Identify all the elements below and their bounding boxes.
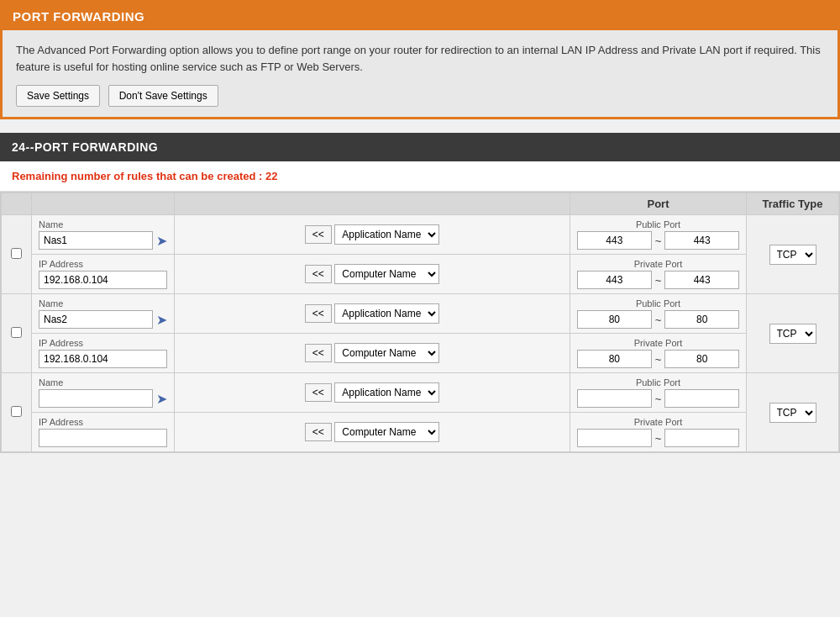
table-row: Name➤<< Application NameComputer NamePub… (2, 373, 839, 413)
row-3-computer-name-cell: << Application NameComputer Name (175, 413, 570, 452)
row-3-computer-select-2[interactable]: Application NameComputer Name (334, 422, 439, 442)
row-2-checkbox-cell (2, 294, 32, 373)
row-2-priv-port-to[interactable] (664, 350, 739, 368)
row-3-checkbox-cell (2, 373, 32, 452)
row-2-traffic-cell: TCPUDPBoth (747, 294, 839, 373)
row-2-computer-name-cell: << Application NameComputer Name (175, 334, 570, 373)
table-row: Name➤<< Application NameComputer NamePub… (2, 294, 839, 334)
row-1-computer-name-cell: << Application NameComputer Name (175, 255, 570, 294)
row-2-name-input[interactable] (39, 310, 153, 329)
row-3-pub-tilde: ~ (655, 393, 662, 405)
col-traffic: Traffic Type (747, 193, 839, 215)
row-3-priv-tilde: ~ (655, 432, 662, 445)
row-3-priv-port-to[interactable] (664, 429, 739, 447)
row-1-private-port-cell: Private Port~ (570, 255, 747, 294)
row-1-traffic-select[interactable]: TCPUDPBoth (769, 245, 816, 265)
row-2-computer-select-2[interactable]: Application NameComputer Name (334, 343, 439, 363)
table-sub-row: IP Address<< Application NameComputer Na… (2, 413, 839, 452)
table-row: Name➤<< Application NameComputer NamePub… (2, 215, 839, 255)
row-1-arrow-btn-2[interactable]: << (305, 265, 332, 283)
row-2-name-label: Name (39, 298, 167, 308)
row-1-arrow-btn-1[interactable]: << (305, 225, 332, 244)
row-2-arrow-btn-1[interactable]: << (305, 304, 332, 323)
section-title: 24--PORT FORWARDING (0, 133, 840, 161)
row-2-ip-input[interactable] (39, 350, 167, 368)
row-1-pub-port-to[interactable] (664, 231, 739, 250)
row-2-pub-tilde: ~ (655, 314, 662, 326)
row-1-app-select-1[interactable]: Application NameComputer Name (334, 224, 439, 245)
row-3-ip-input[interactable] (39, 429, 167, 447)
row-3-priv-port-from[interactable] (577, 429, 652, 447)
row-3-name-input[interactable] (39, 389, 153, 408)
row-3-name-label: Name (39, 377, 167, 388)
table-header-row: Port Traffic Type (2, 193, 839, 215)
row-2-private-port-label: Private Port (577, 338, 739, 348)
row-2-ip-label: IP Address (39, 338, 167, 348)
row-3-traffic-cell: TCPUDPBoth (747, 373, 839, 452)
row-1-priv-tilde: ~ (655, 274, 662, 287)
header-body: The Advanced Port Forwarding option allo… (3, 30, 837, 117)
row-2-dash-icon[interactable]: ➤ (156, 312, 167, 328)
row-3-arrow-btn-1[interactable]: << (305, 383, 332, 402)
row-1-private-port-label: Private Port (577, 259, 739, 269)
row-2-traffic-select[interactable]: TCPUDPBoth (769, 324, 816, 344)
table-sub-row: IP Address<< Application NameComputer Na… (2, 334, 839, 373)
col-port: Port (570, 193, 747, 215)
row-1-priv-port-from[interactable] (577, 271, 652, 289)
row-1-ip-cell: IP Address (32, 255, 175, 294)
row-1-priv-port-to[interactable] (664, 271, 739, 289)
header-section: PORT FORWARDING The Advanced Port Forwar… (0, 0, 840, 119)
row-1-traffic-cell: TCPUDPBoth (747, 215, 839, 294)
row-1-ip-label: IP Address (39, 259, 167, 269)
header-description: The Advanced Port Forwarding option allo… (16, 42, 824, 75)
port-forwarding-table: Port Traffic Type Name➤<< Application Na… (0, 192, 840, 453)
row-1-name-cell: Name➤ (32, 215, 175, 255)
row-3-public-port-cell: Public Port~ (570, 373, 747, 413)
row-2-checkbox[interactable] (11, 327, 22, 338)
page-title: PORT FORWARDING (3, 3, 837, 30)
row-1-name-label: Name (39, 219, 167, 229)
remaining-count: 22 (265, 170, 277, 182)
row-3-pub-port-to[interactable] (664, 389, 739, 408)
row-2-public-port-cell: Public Port~ (570, 294, 747, 334)
row-1-app-name-cell: << Application NameComputer Name (175, 215, 570, 255)
row-1-name-input[interactable] (39, 231, 153, 250)
row-2-priv-tilde: ~ (655, 353, 662, 366)
row-1-dash-icon[interactable]: ➤ (156, 233, 167, 249)
row-1-pub-port-from[interactable] (577, 231, 652, 250)
row-3-ip-cell: IP Address (32, 413, 175, 452)
row-3-public-port-label: Public Port (577, 377, 739, 388)
row-2-pub-port-to[interactable] (664, 310, 739, 329)
rules-remaining: Remaining number of rules that can be cr… (0, 161, 840, 192)
row-3-name-cell: Name➤ (32, 373, 175, 413)
col-name (32, 193, 175, 215)
row-3-checkbox[interactable] (11, 406, 22, 417)
table-sub-row: IP Address<< Application NameComputer Na… (2, 255, 839, 294)
row-1-public-port-cell: Public Port~ (570, 215, 747, 255)
row-1-ip-input[interactable] (39, 271, 167, 289)
row-2-priv-port-from[interactable] (577, 350, 652, 368)
dont-save-settings-button[interactable]: Don't Save Settings (108, 85, 218, 107)
row-2-app-name-cell: << Application NameComputer Name (175, 294, 570, 334)
row-3-dash-icon[interactable]: ➤ (156, 391, 167, 407)
row-1-computer-select-2[interactable]: Application NameComputer Name (334, 264, 439, 284)
row-2-pub-port-from[interactable] (577, 310, 652, 329)
col-app (175, 193, 570, 215)
row-3-arrow-btn-2[interactable]: << (305, 423, 332, 441)
row-3-traffic-select[interactable]: TCPUDPBoth (769, 403, 816, 423)
row-1-pub-tilde: ~ (655, 235, 662, 247)
row-3-pub-port-from[interactable] (577, 389, 652, 408)
row-2-app-select-1[interactable]: Application NameComputer Name (334, 303, 439, 324)
row-2-private-port-cell: Private Port~ (570, 334, 747, 373)
row-1-public-port-label: Public Port (577, 219, 739, 229)
row-2-arrow-btn-2[interactable]: << (305, 344, 332, 362)
row-3-private-port-label: Private Port (577, 417, 739, 427)
row-2-public-port-label: Public Port (577, 298, 739, 308)
row-3-private-port-cell: Private Port~ (570, 413, 747, 452)
row-1-checkbox-cell (2, 215, 32, 294)
row-3-app-name-cell: << Application NameComputer Name (175, 373, 570, 413)
save-settings-button[interactable]: Save Settings (16, 85, 100, 107)
row-3-app-select-1[interactable]: Application NameComputer Name (334, 382, 439, 403)
row-1-checkbox[interactable] (11, 248, 22, 259)
row-3-ip-label: IP Address (39, 417, 167, 427)
